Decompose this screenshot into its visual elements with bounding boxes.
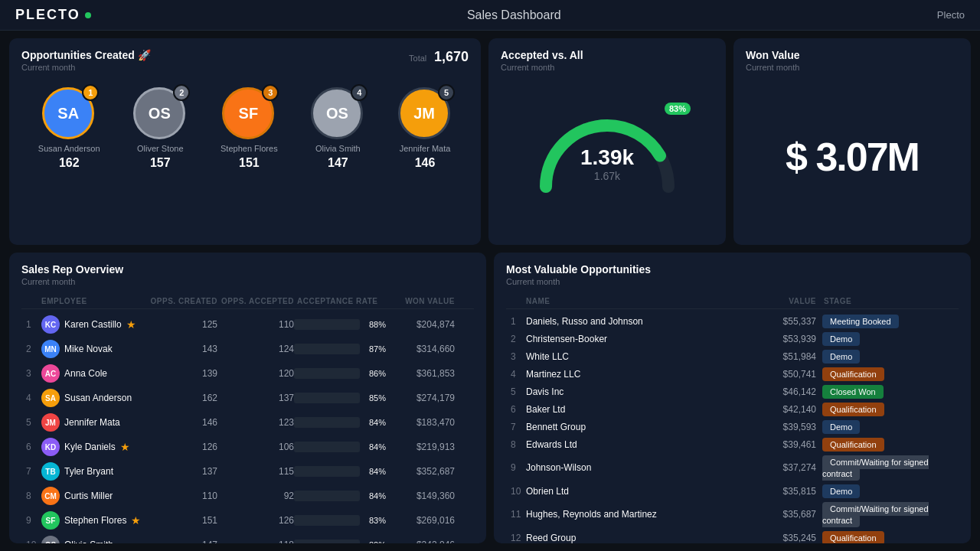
table-row[interactable]: 6 KD Kyle Daniels ★ 126 106 84% $219,913 <box>21 435 474 459</box>
mvp-row[interactable]: 11 Hughes, Reynolds and Martinez $35,687… <box>506 500 959 529</box>
mvp-col-name: NAME <box>526 297 747 305</box>
page-title: Sales Dashboard <box>467 8 561 22</box>
table-row[interactable]: 5 JM Jennifer Mata 146 123 84% $183,470 <box>21 410 474 435</box>
avatar-rank-badge: 5 <box>438 84 455 101</box>
col-created: OPPS. CREATED <box>149 297 217 305</box>
mvp-row-number: 5 <box>511 386 526 397</box>
mvp-row[interactable]: 10 Obrien Ltd $35,815 Demo <box>506 482 959 500</box>
mvp-row-value: $55,337 <box>747 316 816 327</box>
mvp-row[interactable]: 6 Baker Ltd $42,140 Qualification <box>506 400 959 418</box>
row-employee: AC Anna Cole <box>41 364 149 383</box>
gauge-container: 1.39k 1.67k 83% <box>501 80 714 233</box>
avatar-name: Olivia Smith <box>315 144 361 153</box>
progress-pct: 80% <box>364 540 386 543</box>
progress-pct: 86% <box>364 369 386 378</box>
won-title: Won Value <box>746 49 959 61</box>
row-employee: TB Tyler Bryant <box>41 462 149 481</box>
stage-badge: Demo <box>822 420 860 434</box>
avatar-wrapper: SA1 <box>42 87 96 141</box>
row-employee: SA Susan Anderson <box>41 389 149 407</box>
mvp-row-name: Reed Group <box>526 533 747 543</box>
progress-pct: 83% <box>364 516 386 525</box>
opps-subtitle: Current month <box>21 63 151 72</box>
mvp-row[interactable]: 8 Edwards Ltd $39,461 Qualification <box>506 435 959 453</box>
mvp-stage-badge: Qualification <box>816 532 954 543</box>
mvp-row[interactable]: 7 Bennett Group $39,593 Demo <box>506 418 959 435</box>
row-created: 139 <box>149 368 217 379</box>
row-avatar: TB <box>41 462 60 481</box>
row-created: 126 <box>149 442 217 452</box>
row-avatar: SA <box>41 389 60 407</box>
won-subtitle: Current month <box>746 63 959 72</box>
row-created: 125 <box>149 319 217 330</box>
row-created: 147 <box>149 540 217 543</box>
row-won-value: $149,360 <box>386 491 455 501</box>
stage-badge: Qualification <box>822 531 884 543</box>
mvp-row-value: $46,142 <box>747 386 816 397</box>
stage-badge: Commit/Waiting for signed contract <box>822 455 929 481</box>
mvp-row[interactable]: 1 Daniels, Russo and Johnson $55,337 Mee… <box>506 312 959 330</box>
mvp-row[interactable]: 12 Reed Group $35,245 Qualification <box>506 529 959 543</box>
table-row[interactable]: 2 MN Mike Novak 143 124 87% $314,660 <box>21 337 474 361</box>
table-row[interactable]: 3 AC Anna Cole 139 120 86% $361,853 <box>21 361 474 386</box>
mvp-table-header: NAME VALUE STAGE <box>506 294 959 309</box>
row-accepted: 120 <box>217 368 294 379</box>
mvp-row[interactable]: 5 Davis Inc $46,142 Closed Won <box>506 383 959 400</box>
mvp-row-number: 12 <box>511 533 526 543</box>
mvp-row[interactable]: 9 Johnson-Wilson $37,274 Commit/Waiting … <box>506 453 959 482</box>
table-row[interactable]: 1 KC Karen Castillo ★ 125 110 88% $204,8… <box>21 312 474 337</box>
mvp-row-value: $37,274 <box>747 462 816 473</box>
sales-title: Sales Rep Overview <box>21 263 474 276</box>
table-row[interactable]: 10 OS Olivia Smith 147 118 80% $242,046 <box>21 533 474 543</box>
mvp-row-value: $35,815 <box>747 486 816 497</box>
row-number: 5 <box>26 417 41 428</box>
row-created: 137 <box>149 466 217 477</box>
stage-badge: Qualification <box>822 367 884 381</box>
avatar-score: 146 <box>415 156 436 170</box>
sales-table-body: 1 KC Karen Castillo ★ 125 110 88% $204,8… <box>21 312 474 543</box>
mvp-stage-badge: Qualification <box>816 439 954 450</box>
avatar-rank-badge: 3 <box>262 84 279 101</box>
mvp-title: Most Valuable Opportunities <box>506 263 959 276</box>
row-number: 3 <box>26 368 41 379</box>
mvp-row[interactable]: 4 Martinez LLC $50,741 Qualification <box>506 365 959 383</box>
table-row[interactable]: 4 SA Susan Anderson 162 137 85% $274,179 <box>21 386 474 410</box>
row-employee: KD Kyle Daniels ★ <box>41 438 149 456</box>
mvp-row-number: 7 <box>511 422 526 432</box>
row-avatar: AC <box>41 364 60 383</box>
mvp-row[interactable]: 2 Christensen-Booker $53,939 Demo <box>506 330 959 347</box>
row-won-value: $352,687 <box>386 466 455 477</box>
table-row[interactable]: 8 CM Curtis Miller 110 92 84% $149,360 <box>21 484 474 508</box>
row-accepted: 137 <box>217 393 294 403</box>
mvp-row[interactable]: 3 White LLC $51,984 Demo <box>506 347 959 365</box>
row-number: 2 <box>26 344 41 354</box>
row-avatar: KD <box>41 438 60 456</box>
row-created: 143 <box>149 344 217 354</box>
col-rate: ACCEPTANCE RATE <box>294 297 386 305</box>
avatar-name: Stephen Flores <box>220 144 278 153</box>
table-row[interactable]: 7 TB Tyler Bryant 137 115 84% $352,687 <box>21 459 474 484</box>
stage-badge: Demo <box>822 350 860 364</box>
row-number: 10 <box>26 540 41 543</box>
progress-bar-bg <box>294 540 360 543</box>
stage-badge: Closed Won <box>822 385 884 399</box>
mvp-subtitle: Current month <box>506 277 959 286</box>
row-rate-bar: 84% <box>294 491 386 501</box>
table-row[interactable]: 9 SF Stephen Flores ★ 151 126 83% $269,0… <box>21 508 474 533</box>
mvp-row-number: 2 <box>511 334 526 344</box>
sales-table-header: EMPLOYEE OPPS. CREATED OPPS. ACCEPTED AC… <box>21 294 474 309</box>
row-avatar: SF <box>41 511 60 530</box>
avatar-rank-badge: 4 <box>351 84 368 101</box>
mvp-row-value: $35,245 <box>747 533 816 543</box>
row-rate-bar: 84% <box>294 466 386 477</box>
avatar-name: Susan Anderson <box>38 144 100 153</box>
avatar-item-1: SA1Susan Anderson162 <box>38 87 100 170</box>
mvp-col-stage: STAGE <box>816 297 954 305</box>
mvp-row-value: $50,741 <box>747 369 816 380</box>
row-won-value: $361,853 <box>386 368 455 379</box>
opps-title: Opportunities Created 🚀 <box>21 49 151 61</box>
row-avatar: KC <box>41 315 60 334</box>
row-won-value: $274,179 <box>386 393 455 403</box>
mvp-card: Most Valuable Opportunities Current mont… <box>494 253 971 543</box>
mvp-row-name: Martinez LLC <box>526 369 747 380</box>
